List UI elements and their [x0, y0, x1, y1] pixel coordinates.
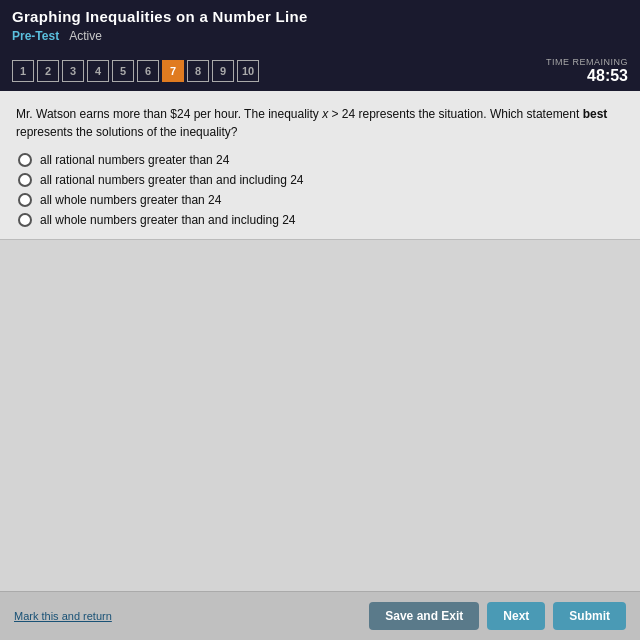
q-num-7[interactable]: 7: [162, 60, 184, 82]
question-text: Mr. Watson earns more than $24 per hour.…: [16, 105, 624, 141]
option-a-text: all rational numbers greater than 24: [40, 153, 229, 167]
top-header: Graphing Inequalities on a Number Line P…: [0, 0, 640, 53]
time-remaining-label: TIME REMAINING: [546, 57, 628, 67]
option-b[interactable]: all rational numbers greater than and in…: [18, 173, 622, 187]
timer-area: TIME REMAINING 48:53: [546, 57, 628, 85]
option-d-text: all whole numbers greater than and inclu…: [40, 213, 296, 227]
option-c-text: all whole numbers greater than 24: [40, 193, 221, 207]
pre-test-label: Pre-Test: [12, 29, 59, 43]
question-numbers: 1 2 3 4 5 6 7 8 9 10: [12, 60, 259, 82]
radio-c[interactable]: [18, 193, 32, 207]
option-a[interactable]: all rational numbers greater than 24: [18, 153, 622, 167]
page-title: Graphing Inequalities on a Number Line: [12, 8, 308, 25]
option-d[interactable]: all whole numbers greater than and inclu…: [18, 213, 622, 227]
active-label: Active: [69, 29, 102, 43]
next-button[interactable]: Next: [487, 602, 545, 630]
save-exit-button[interactable]: Save and Exit: [369, 602, 479, 630]
submit-button[interactable]: Submit: [553, 602, 626, 630]
q-num-8[interactable]: 8: [187, 60, 209, 82]
q-num-2[interactable]: 2: [37, 60, 59, 82]
title-row: Graphing Inequalities on a Number Line: [12, 8, 628, 25]
content-space: [0, 240, 640, 591]
q-num-6[interactable]: 6: [137, 60, 159, 82]
mark-return-link[interactable]: Mark this and return: [14, 610, 112, 622]
radio-d[interactable]: [18, 213, 32, 227]
question-bar: 1 2 3 4 5 6 7 8 9 10 TIME REMAINING 48:5…: [0, 53, 640, 91]
radio-b[interactable]: [18, 173, 32, 187]
q-num-4[interactable]: 4: [87, 60, 109, 82]
q-num-5[interactable]: 5: [112, 60, 134, 82]
q-num-10[interactable]: 10: [237, 60, 259, 82]
bottom-bar: Mark this and return Save and Exit Next …: [0, 591, 640, 640]
main-content: Mr. Watson earns more than $24 per hour.…: [0, 91, 640, 640]
option-c[interactable]: all whole numbers greater than 24: [18, 193, 622, 207]
answer-options: all rational numbers greater than 24 all…: [16, 153, 624, 227]
bottom-buttons: Save and Exit Next Submit: [369, 602, 626, 630]
q-num-1[interactable]: 1: [12, 60, 34, 82]
subtitle-row: Pre-Test Active: [12, 29, 628, 43]
screen: Graphing Inequalities on a Number Line P…: [0, 0, 640, 640]
q-num-9[interactable]: 9: [212, 60, 234, 82]
radio-a[interactable]: [18, 153, 32, 167]
question-area: Mr. Watson earns more than $24 per hour.…: [0, 91, 640, 240]
time-value: 48:53: [546, 67, 628, 85]
q-num-3[interactable]: 3: [62, 60, 84, 82]
option-b-text: all rational numbers greater than and in…: [40, 173, 304, 187]
